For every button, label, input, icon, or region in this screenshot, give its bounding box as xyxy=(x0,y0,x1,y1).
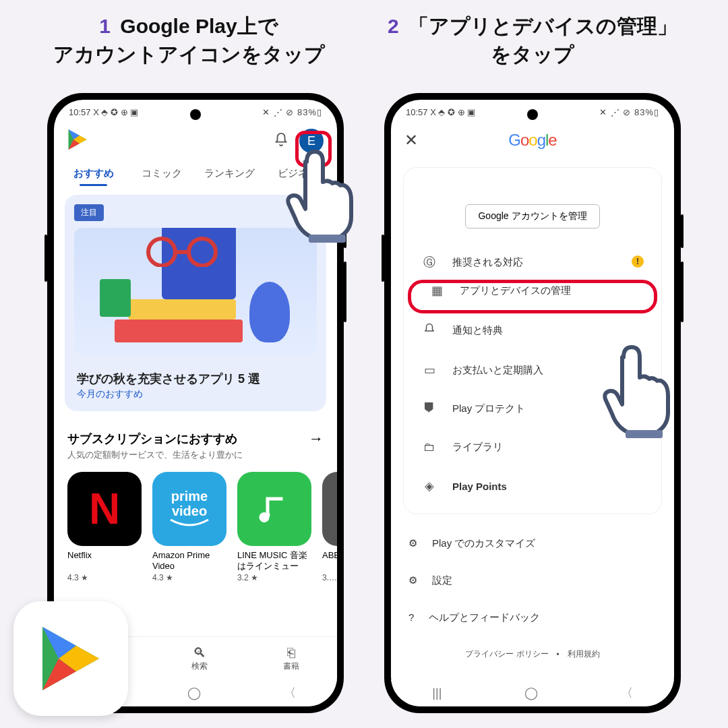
close-icon[interactable]: ✕ xyxy=(404,131,418,150)
app-rating: 3.2 ★ xyxy=(237,573,311,582)
step1-line1: Google Play上で xyxy=(120,15,278,37)
app-rating: 4.3 ★ xyxy=(67,573,142,582)
app-rating: 3.… xyxy=(322,573,337,582)
status-right: ✕ ⋰ ⊘ 83%▯ xyxy=(262,107,322,117)
svg-point-4 xyxy=(148,239,175,266)
diamond-icon: ◈ xyxy=(421,479,437,493)
nav-search[interactable]: 🔍︎ 検索 xyxy=(191,645,208,672)
svg-rect-8 xyxy=(626,430,663,438)
status-time: 10:57 xyxy=(69,107,91,117)
account-menu-card: Google アカウントを管理 Ⓖ 推奨される対応 ! ▦ アプリとデバイスの管… xyxy=(403,167,662,514)
tab-comic[interactable]: コミック xyxy=(127,162,195,185)
bookmark-icon: ⎗ xyxy=(283,645,299,661)
menu-label: ライブラリ xyxy=(452,441,503,454)
menu-label: 通知と特典 xyxy=(452,324,503,337)
status-left-icons: X ⬘ ✪ ⊕ ▣ xyxy=(93,107,138,117)
menu-recommended-actions[interactable]: Ⓖ 推奨される対応 ! xyxy=(404,242,661,282)
featured-title: 学びの秋を充実させるアプリ 5 選 xyxy=(65,363,326,388)
step1-line2: アカウントアイコンをタップ xyxy=(53,43,325,65)
menu-label: Play プロテクト xyxy=(452,402,525,415)
app-name: ABEMA テ… xyxy=(322,550,337,572)
section-arrow-icon[interactable]: → xyxy=(309,430,324,448)
featured-subtitle: 今月のおすすめ xyxy=(65,388,326,411)
menu-label: お支払いと定期購入 xyxy=(452,364,543,377)
section-subtitle: 人気の定額制サービスで、生活をより豊かに xyxy=(54,449,337,468)
menu-label: ヘルプとフィードバック xyxy=(429,611,540,624)
tune-icon: ⚙ xyxy=(408,537,417,550)
status-left-icons: X ⬘ ✪ ⊕ ▣ xyxy=(430,107,475,117)
step1-caption: 1 Google Play上で アカウントアイコンをタップ xyxy=(20,12,357,69)
footer-dot: • xyxy=(557,650,559,659)
google-logo: Google xyxy=(508,131,556,150)
folder-icon: 🗀 xyxy=(421,440,437,454)
app-name: Amazon Prime Video xyxy=(152,550,226,572)
app-recommendations-row: N Netflix 4.3 ★ prime video Amazon Prime… xyxy=(54,468,337,586)
featured-badge: 注目 xyxy=(74,204,104,221)
step2-line2: をタップ xyxy=(491,43,574,65)
step2-number: 2 xyxy=(388,15,399,37)
grid-icon: ▦ xyxy=(429,283,445,298)
terms-link[interactable]: 利用規約 xyxy=(568,648,600,660)
status-right: ✕ ⋰ ⊘ 83%▯ xyxy=(599,107,659,117)
manage-google-account-button[interactable]: Google アカウントを管理 xyxy=(465,204,599,229)
step1-number: 1 xyxy=(99,15,111,37)
search-icon: 🔍︎ xyxy=(191,645,208,661)
android-home-icon[interactable]: ◯ xyxy=(524,686,538,700)
shield-play-icon: ⛊ xyxy=(421,402,437,416)
tab-ranking[interactable]: ランキング xyxy=(195,162,264,185)
privacy-policy-link[interactable]: プライバシー ポリシー xyxy=(465,648,548,660)
app-name: Netflix xyxy=(67,550,142,572)
menu-label: Play Points xyxy=(452,481,507,492)
app-item-netflix[interactable]: N Netflix 4.3 ★ xyxy=(67,472,142,582)
app-icon: prime video xyxy=(152,472,226,546)
gear-icon: ⚙ xyxy=(408,574,417,587)
status-time: 10:57 xyxy=(406,107,428,117)
footer-links: プライバシー ポリシー • 利用規約 xyxy=(391,648,674,660)
nav-books[interactable]: ⎗ 書籍 xyxy=(283,645,299,672)
tap-hand-pointer xyxy=(276,148,357,245)
menu-play-points[interactable]: ◈ Play Points xyxy=(404,466,661,506)
android-home-icon[interactable]: ◯ xyxy=(187,686,201,700)
menu-label: 設定 xyxy=(432,574,452,587)
card-icon: ▭ xyxy=(421,363,437,377)
camera-hole xyxy=(190,109,201,120)
svg-point-5 xyxy=(189,239,216,266)
android-nav-bar: ||| ◯ 〈 xyxy=(391,679,674,706)
step2-caption: 2 「アプリとデバイスの管理」 をタップ xyxy=(364,12,701,69)
app-icon: N xyxy=(67,472,142,546)
camera-hole xyxy=(527,109,538,120)
android-back-icon[interactable]: 〈 xyxy=(621,685,633,701)
android-recents-icon[interactable]: ||| xyxy=(432,686,442,700)
app-item-linemusic[interactable]: LINE MUSIC 音楽はラインミュージ… 3.2 ★ xyxy=(237,472,311,582)
svg-rect-7 xyxy=(309,235,346,243)
help-icon: ? xyxy=(408,611,414,624)
menu-play-customize[interactable]: ⚙ Play でのカスタマイズ xyxy=(391,525,674,562)
shield-g-icon: Ⓖ xyxy=(421,254,437,270)
menu-manage-apps-devices[interactable]: ▦ アプリとデバイスの管理 xyxy=(408,280,657,313)
notifications-bell-icon[interactable] xyxy=(274,132,289,150)
menu-label: 推奨される対応 xyxy=(452,256,523,269)
menu-label: Play でのカスタマイズ xyxy=(432,537,535,550)
tab-recommended[interactable]: おすすめ xyxy=(59,162,127,185)
app-name: LINE MUSIC 音楽はラインミュージ… xyxy=(237,550,311,572)
app-rating: 4.3 ★ xyxy=(152,573,226,582)
section-title: サブスクリプションにおすすめ xyxy=(67,431,237,447)
play-store-app-icon xyxy=(13,601,128,716)
play-store-logo-icon xyxy=(67,128,88,154)
step2-line1: 「アプリとデバイスの管理」 xyxy=(408,15,677,37)
app-icon xyxy=(237,472,311,546)
menu-label: アプリとデバイスの管理 xyxy=(460,284,571,297)
tap-hand-pointer xyxy=(593,344,674,441)
menu-help-feedback[interactable]: ? ヘルプとフィードバック xyxy=(391,599,674,636)
app-item-prime[interactable]: prime video Amazon Prime Video 4.3 ★ xyxy=(152,472,226,582)
android-back-icon[interactable]: 〈 xyxy=(284,685,296,701)
featured-illustration xyxy=(74,228,317,356)
alert-badge-icon: ! xyxy=(632,255,644,268)
app-icon: A xyxy=(322,472,337,546)
bell-icon xyxy=(421,323,437,338)
menu-settings[interactable]: ⚙ 設定 xyxy=(391,562,674,599)
app-item-abema[interactable]: A ABEMA テ… 3.… xyxy=(322,472,337,582)
